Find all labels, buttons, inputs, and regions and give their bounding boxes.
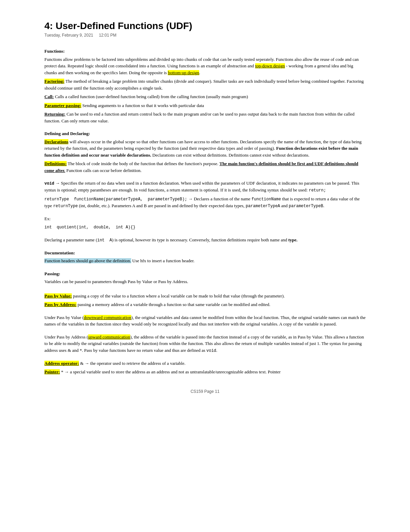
void-keyword: void (44, 181, 54, 186)
pointer-para: Pointer: * → a special variable used to … (44, 369, 366, 375)
pass-by-value-term: Pass by Value: (44, 293, 72, 298)
under-pass-value-para: Under Pass by Value (downward communicat… (44, 314, 366, 328)
definitions-term: Definitions: (44, 161, 67, 166)
type-bold: type. (288, 237, 298, 242)
top-down-highlight: top-down design (255, 63, 285, 68)
functionname-inline: functionName (251, 197, 281, 202)
functions-para1: Functions allow problems to be factored … (44, 56, 366, 76)
functions-header: Functions: (44, 48, 366, 55)
under-pass-value-section: Under Pass by Value (downward communicat… (44, 314, 366, 328)
declarations-para: Declarations will always occur in the gl… (44, 138, 366, 159)
page-date: Tuesday, February 9, 2021 12:01 PM (44, 33, 366, 38)
passing-header: Passing: (44, 270, 366, 277)
example-section: Ex: int quotient(int, double, int A){} (44, 215, 366, 230)
address-pointer-section: Address operator: & → the operator used … (44, 360, 366, 375)
return-syntax: return; (309, 188, 326, 193)
defining-header: Defining and Declaring: (44, 130, 366, 137)
paramB-inline: parameterTypeB (289, 204, 323, 209)
declarations-term: Declarations (44, 139, 68, 144)
documentation-header: Documentation: (44, 250, 366, 256)
returning-para: Returning: Can be used to end a function… (44, 111, 366, 124)
under-pass-address-para: Under Pass by Address (upward communicat… (44, 334, 366, 354)
function-headers-highlight: Function headers should go above the def… (44, 258, 131, 263)
void-inline: void (206, 348, 216, 353)
address-operator-para: Address operator: & → the operator used … (44, 360, 366, 367)
factoring-term: Factoring: (44, 79, 64, 84)
paramA-inline: parameterTypeA (246, 204, 280, 209)
pass-by-address-para: Pass by Address: passing a memory addres… (44, 301, 366, 308)
time-text: 12:01 PM (99, 33, 116, 38)
pointer-term: Pointer: (44, 369, 60, 374)
call-para: Call: Calls a called function (user-defi… (44, 93, 366, 100)
page-title: 4: User-Defined Functions (UDF) (44, 21, 366, 31)
returntype-inline: returnType (53, 204, 78, 209)
address-operator-term: Address operator: (44, 361, 79, 366)
returntype-code: returnType functionName(parameterTypeA, … (44, 197, 187, 202)
pass-by-value-para: Pass by Value: passing a copy of the val… (44, 293, 366, 300)
bottom-up-highlight: bottom-up design (168, 70, 199, 75)
declaring-param-section: Declaring a parameter name (int A) is op… (44, 237, 366, 243)
definitions-bold-underline: The main function's definition should be… (44, 161, 358, 173)
defining-section: Defining and Declaring: Declarations wil… (44, 130, 366, 174)
factoring-para: Factoring: The method of breaking a larg… (44, 78, 366, 91)
pass-by-address-term: Pass by Address: (44, 302, 77, 307)
ex-label: Ex: (44, 215, 366, 222)
parameter-passing-para: Parameter passing: Sending arguments to … (44, 102, 366, 109)
int-a-inline: int A (97, 238, 112, 243)
functions-section: Functions: Functions allow problems to b… (44, 48, 366, 124)
parameter-passing-term: Parameter passing: (44, 103, 81, 108)
declarations-bold: Function declarations exist before the m… (44, 146, 358, 158)
documentation-section: Documentation: Function headers should g… (44, 250, 366, 264)
downward-communication-highlight: downward communication (84, 315, 131, 320)
passing-section: Passing: Variables can be passed to para… (44, 270, 366, 308)
upward-communication-highlight: upward communication (88, 334, 130, 340)
page-footer: CS159 Page 11 (44, 389, 366, 394)
date-text: Tuesday, February 9, 2021 (44, 33, 93, 38)
passing-para: Variables can be passed to parameters th… (44, 278, 366, 285)
void-section: void → Specifies the return of no data w… (44, 180, 366, 209)
documentation-para: Function headers should go above the def… (44, 257, 366, 264)
returning-term: Returning: (44, 111, 65, 117)
ex-code: int quotient(int, double, int A){} (44, 224, 366, 230)
returntype-para: returnType functionName(parameterTypeA, … (44, 196, 366, 209)
call-term: Call: (44, 94, 54, 99)
under-pass-address-section: Under Pass by Address (upward communicat… (44, 334, 366, 354)
declaring-param-para: Declaring a parameter name (int A) is op… (44, 237, 366, 243)
page-container: 4: User-Defined Functions (UDF) Tuesday,… (17, 0, 393, 414)
definitions-para: Definitions: The block of code inside th… (44, 160, 366, 174)
void-para: void → Specifies the return of no data w… (44, 180, 366, 194)
